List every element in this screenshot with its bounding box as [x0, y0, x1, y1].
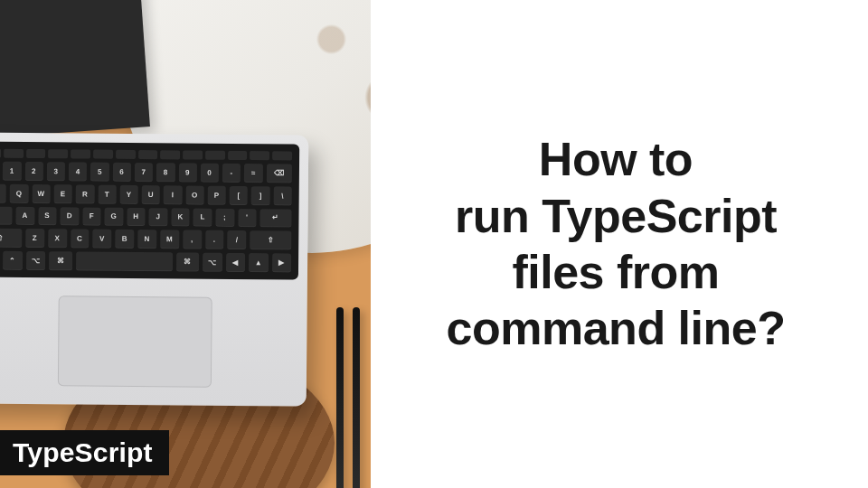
keyboard-key: F [82, 207, 101, 226]
keyboard-key: ⇧ [0, 229, 22, 248]
keyboard-row: ⇧ZXCVBNM,./⇧ [0, 229, 291, 250]
keyboard-key: ' [238, 209, 257, 228]
keyboard-key: ⌃ [3, 251, 23, 270]
keyboard-key: I [164, 185, 182, 204]
keyboard-key: = [244, 164, 262, 183]
keyboard-key [76, 252, 173, 272]
keyboard-key: ⇪ [0, 206, 13, 225]
keyboard-key: E [54, 184, 72, 203]
pen-icon [353, 307, 360, 488]
keyboard-fn-row [0, 149, 292, 161]
keyboard-key: 8 [156, 163, 175, 182]
keyboard-key: / [228, 230, 247, 249]
keyboard-key: S [38, 207, 57, 226]
keyboard-row: ↹QWERTYUIOP[]\ [0, 183, 292, 205]
keyboard-key: B [115, 230, 134, 249]
laptop: ·1234567890-=⌫ ↹QWERTYUIOP[]\ ⇪ASDFGHJKL… [0, 132, 308, 406]
keyboard-key: ▲ [249, 253, 269, 272]
keyboard-key: ] [251, 186, 269, 205]
keyboard-key: ◀ [226, 253, 246, 272]
keyboard-key: D [60, 207, 79, 226]
keyboard: ·1234567890-=⌫ ↹QWERTYUIOP[]\ ⇪ASDFGHJKL… [0, 141, 299, 279]
keyboard-key: U [142, 185, 160, 204]
title-line: How to [539, 133, 693, 185]
keyboard-key: ⌥ [203, 253, 222, 272]
title-line: run TypeScript [455, 190, 777, 242]
keyboard-key: H [127, 208, 146, 227]
keyboard-key: \ [273, 186, 291, 205]
keyboard-key: W [32, 184, 50, 203]
keyboard-key: O [185, 185, 203, 204]
keyboard-key: G [105, 207, 124, 226]
keyboard-key: C [71, 230, 90, 249]
keyboard-key: P [208, 185, 226, 204]
keyboard-key: ⌘ [176, 253, 200, 272]
page-title: How to run TypeScript files from command… [447, 131, 786, 357]
keyboard-key: 1 [3, 162, 21, 181]
keyboard-key: K [171, 208, 190, 227]
keyboard-key: 3 [47, 162, 65, 181]
keyboard-key: ↹ [0, 183, 6, 202]
trackpad [58, 296, 212, 387]
keyboard-key: Q [10, 184, 28, 203]
keyboard-key: ⌥ [26, 251, 46, 270]
notebook [0, 0, 150, 145]
pen-icon [336, 307, 344, 488]
keyboard-key: ▶ [272, 254, 292, 273]
keyboard-key: V [93, 230, 112, 249]
keyboard-row: ·1234567890-=⌫ [0, 162, 292, 183]
keyboard-key: 4 [69, 162, 87, 181]
keyboard-key: 5 [90, 163, 108, 182]
keyboard-key: X [48, 230, 67, 249]
keyboard-key: R [76, 184, 94, 203]
title-panel: How to run TypeScript files from command… [371, 0, 868, 488]
keyboard-key: 0 [201, 164, 219, 183]
keyboard-key: - [222, 164, 241, 183]
keyboard-key: [ [230, 186, 248, 205]
keyboard-key: Z [25, 229, 44, 248]
title-line: files from [512, 246, 719, 298]
keyboard-key: T [98, 184, 116, 203]
keyboard-row: ⇪ASDFGHJKL;'↵ [0, 206, 292, 228]
keyboard-key: 2 [24, 162, 42, 181]
keyboard-row: fn⌃⌥⌘⌘⌥◀▲▶ [0, 251, 291, 273]
keyboard-key: ⌫ [266, 164, 292, 183]
keyboard-key: M [160, 230, 179, 249]
keyboard-key: ↵ [259, 209, 291, 228]
keyboard-key: 6 [113, 163, 131, 182]
keyboard-key: 9 [178, 163, 196, 182]
keyboard-key: ⌘ [49, 251, 72, 270]
category-tag: TypeScript [0, 430, 169, 475]
keyboard-key: . [205, 230, 224, 249]
keyboard-key: ; [215, 208, 234, 227]
keyboard-key: L [193, 208, 212, 227]
keyboard-key: A [15, 206, 34, 225]
keyboard-key: 7 [135, 163, 153, 182]
keyboard-key: ⇧ [250, 230, 291, 249]
hero-image-panel: ·1234567890-=⌫ ↹QWERTYUIOP[]\ ⇪ASDFGHJKL… [0, 0, 371, 488]
keyboard-key: Y [119, 185, 137, 204]
keyboard-key: , [183, 230, 202, 249]
title-line: command line? [447, 302, 786, 354]
keyboard-key: J [149, 208, 168, 227]
keyboard-key: N [137, 230, 156, 249]
